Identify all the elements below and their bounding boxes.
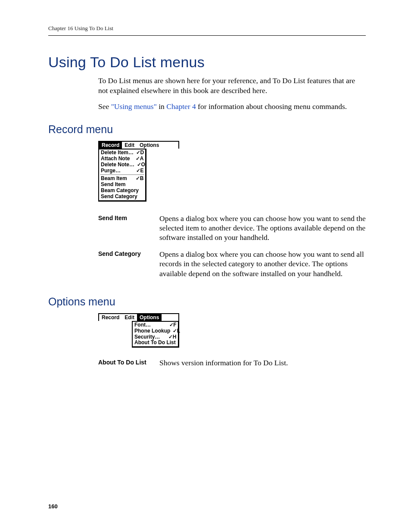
- menu-item[interactable]: Delete Item…✓D: [99, 150, 145, 156]
- menu-item-shortcut: ✓H: [168, 334, 176, 340]
- menu-bar: RecordEditOptions: [98, 313, 179, 321]
- menu-item[interactable]: Attach Note✓A: [99, 156, 145, 162]
- menu-item-shortcut: ✓L: [173, 328, 180, 334]
- definition-body: Opens a dialog box where you can choose …: [159, 249, 366, 278]
- intro-paragraph-1: To Do List menus are shown here for your…: [98, 76, 366, 96]
- menu-item[interactable]: Font…✓F: [133, 322, 178, 328]
- menu-item-shortcut: ✓E: [136, 168, 143, 174]
- menu-bar-item-record[interactable]: Record: [99, 314, 122, 321]
- page-title: Using To Do List menus: [48, 54, 366, 71]
- section-record-heading: Record menu: [48, 123, 366, 136]
- menu-item[interactable]: Beam Item✓B: [99, 176, 145, 182]
- intro-text: See: [98, 102, 111, 111]
- menu-item-shortcut: ✓B: [136, 176, 143, 182]
- running-head: Chapter 16 Using To Do List: [48, 25, 366, 36]
- menu-item-shortcut: ✓F: [169, 322, 176, 328]
- menu-item-shortcut: ✓D: [136, 150, 144, 156]
- menu-item-label: Security…: [134, 334, 166, 340]
- menu-item[interactable]: Send Category: [99, 194, 145, 200]
- menu-separator: [100, 174, 144, 175]
- menu-item[interactable]: Beam Category: [99, 188, 145, 194]
- definition-row: About To Do ListShows version informatio…: [98, 358, 366, 367]
- menu-dropdown: Font…✓FPhone Lookup✓LSecurity…✓HAbout To…: [132, 321, 179, 348]
- intro-text: in: [157, 102, 166, 111]
- link-using-menus[interactable]: "Using menus": [111, 102, 157, 111]
- menu-item-label: Send Category: [101, 194, 143, 200]
- definition-row: Send CategoryOpens a dialog box where yo…: [98, 249, 366, 278]
- menu-item[interactable]: Send Item: [99, 182, 145, 188]
- definition-term: About To Do List: [98, 358, 150, 367]
- menu-item-label: Beam Item: [101, 176, 133, 182]
- menu-bar-item-edit[interactable]: Edit: [122, 142, 137, 149]
- menu-item-label: Delete Item…: [101, 150, 134, 156]
- menu-dropdown: Delete Item…✓DAttach Note✓ADelete Note…✓…: [98, 149, 146, 201]
- page-number: 160: [48, 503, 58, 510]
- menu-bar-item-record[interactable]: Record: [99, 142, 122, 149]
- menu-bar-item-options[interactable]: Options: [137, 142, 162, 149]
- definition-body: Shows version information for To Do List…: [159, 358, 366, 367]
- menu-item[interactable]: Purge…✓E: [99, 168, 145, 174]
- menu-bar-item-options[interactable]: Options: [137, 314, 162, 321]
- menu-item-label: Send Item: [101, 182, 143, 188]
- intro-text: for information about choosing menu comm…: [196, 102, 347, 111]
- record-defs: Send ItemOpens a dialog box where you ca…: [98, 214, 366, 278]
- record-menu-figure: RecordEditOptionsDelete Item…✓DAttach No…: [98, 141, 366, 201]
- definition-body: Opens a dialog box where you can choose …: [159, 214, 366, 243]
- menu-item[interactable]: Delete Note…✓O: [99, 162, 145, 168]
- menu-item-label: Attach Note: [101, 156, 133, 162]
- link-chapter-4[interactable]: Chapter 4: [166, 102, 196, 111]
- intro-paragraph-2: See "Using menus" in Chapter 4 for infor…: [98, 102, 366, 112]
- menu-item-label: Phone Lookup: [134, 328, 170, 334]
- definition-term: Send Item: [98, 214, 150, 243]
- menu-item[interactable]: Phone Lookup✓L: [133, 328, 178, 334]
- menu-item[interactable]: About To Do List: [133, 340, 178, 346]
- menu-item-label: About To Do List: [134, 340, 176, 346]
- definition-row: Send ItemOpens a dialog box where you ca…: [98, 214, 366, 243]
- menu-item-label: Purge…: [101, 168, 134, 174]
- menu-bar: RecordEditOptions: [98, 141, 179, 149]
- menu-item-label: Font…: [134, 322, 167, 328]
- menu-bar-item-edit[interactable]: Edit: [122, 314, 137, 321]
- options-menu-figure: RecordEditOptionsFont…✓FPhone Lookup✓LSe…: [98, 313, 366, 348]
- options-defs: About To Do ListShows version informatio…: [98, 358, 366, 367]
- menu-item[interactable]: Security…✓H: [133, 334, 178, 340]
- menu-item-shortcut: ✓O: [137, 162, 145, 168]
- menu-item-shortcut: ✓A: [136, 156, 143, 162]
- menu-item-label: Beam Category: [101, 188, 143, 194]
- definition-term: Send Category: [98, 249, 150, 278]
- section-options-heading: Options menu: [48, 296, 366, 308]
- menu-item-label: Delete Note…: [101, 162, 134, 168]
